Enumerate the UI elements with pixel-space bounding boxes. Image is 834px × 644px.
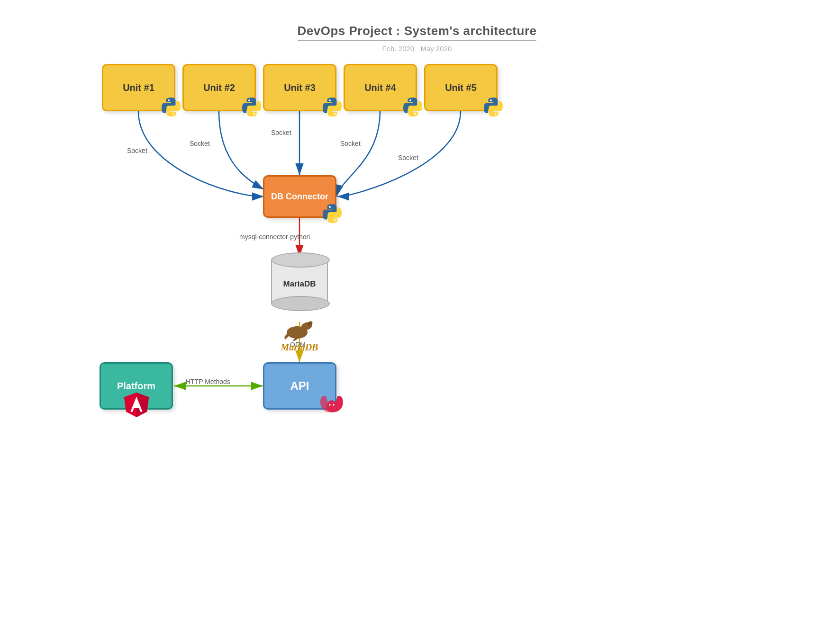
mariadb-label: MariaDB [283,279,316,289]
svg-point-16 [334,219,335,221]
svg-point-20 [327,400,337,412]
mariadb-box: MariaDB MariaDB [271,258,328,353]
svg-point-14 [495,113,497,115]
unit-5-label: Unit #5 [445,82,477,93]
svg-point-22 [333,404,334,405]
db-connector-label: DB Connector [271,192,328,202]
svg-point-15 [329,206,331,208]
unit-1-label: Unit #1 [123,82,154,93]
python-icon-unit4 [401,96,424,118]
unit-3-label: Unit #3 [284,82,316,93]
arrow-unit2-db [219,111,264,189]
api-label: API [290,379,309,393]
socket-label-5: Socket [398,154,418,161]
unit-4-label: Unit #4 [364,82,396,93]
unit-2-box: Unit #2 [182,64,256,111]
python-icon-unit5 [482,96,505,118]
svg-point-21 [329,404,330,405]
platform-box: Platform [100,362,173,410]
nestjs-icon [318,391,345,419]
arrow-unit1-db [138,111,264,197]
unit-3-box: Unit #3 [263,64,336,111]
unit-2-label: Unit #2 [203,82,235,93]
svg-point-7 [248,99,250,101]
svg-point-13 [490,99,492,101]
platform-label: Platform [117,381,155,392]
api-box: API [263,362,336,410]
python-icon-dbconnector [321,202,344,225]
subtitle: Feb. 2020 - May 2020 [0,45,834,53]
mysql-connector-label: mysql-connector-python [239,233,310,241]
svg-point-9 [329,99,331,101]
db-connector-box: DB Connector [263,175,336,218]
svg-point-10 [334,113,335,115]
diagram-container: DevOps Project : System's architecture F… [0,0,834,644]
mariadb-logo-area: MariaDB [281,316,318,353]
angular-icon [123,391,150,419]
svg-point-6 [172,113,174,115]
http-label: HTTP Methods [186,378,230,385]
socket-label-2: Socket [190,140,210,147]
unit-1-box: Unit #1 [102,64,175,111]
python-icon-unit2 [240,96,263,118]
svg-point-11 [409,99,411,101]
python-icon-unit1 [160,96,182,118]
title-area: DevOps Project : System's architecture F… [0,0,834,53]
svg-point-8 [253,113,255,115]
socket-label-3: Socket [271,129,291,136]
arrow-unit4-db [336,111,380,197]
svg-point-12 [414,113,416,115]
socket-label-1: Socket [127,147,147,154]
main-title: DevOps Project : System's architecture [298,24,537,41]
mariadb-logo-text: MariaDB [281,342,318,352]
unit-5-box: Unit #5 [424,64,498,111]
python-icon-unit3 [321,96,344,118]
mariadb-animal-icon [281,316,318,342]
svg-point-5 [168,99,170,101]
socket-label-4: Socket [340,140,361,147]
unit-4-box: Unit #4 [344,64,417,111]
mariadb-cylinder: MariaDB [271,258,328,305]
